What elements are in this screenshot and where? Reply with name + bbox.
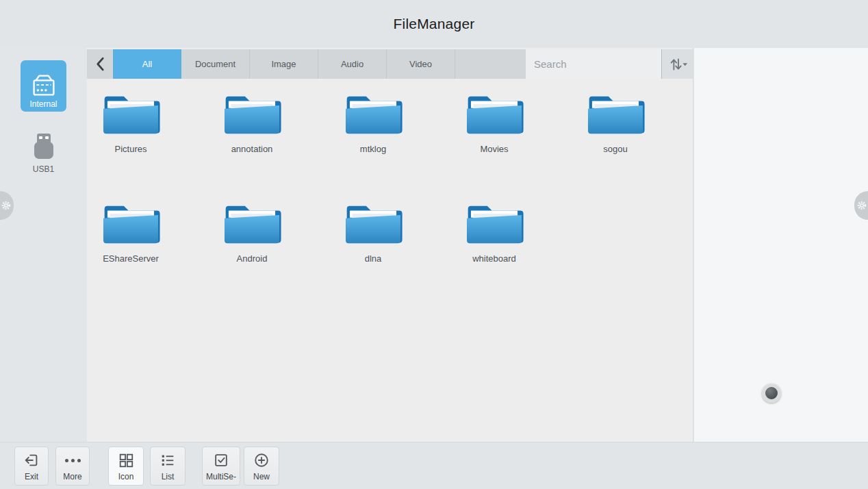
tab-video[interactable]: Video — [387, 49, 455, 79]
folder-item[interactable]: sogou — [586, 92, 645, 201]
page-title: FileManager — [394, 16, 475, 32]
internal-drive-icon — [28, 71, 60, 101]
tab-document[interactable]: Document — [181, 49, 250, 79]
storage-sidebar: Internal USB1 — [0, 48, 87, 442]
icon-view-button[interactable]: Icon — [108, 447, 144, 486]
file-browser-panel: All Document Image Audio Video — [87, 48, 693, 442]
folder-label: annotation — [231, 144, 273, 154]
folder-item[interactable]: Android — [222, 201, 281, 311]
folder-item[interactable]: mtklog — [344, 92, 403, 201]
filemanager-window: FileManager Internal USB1 — [0, 0, 868, 489]
tabbar-spacer — [455, 49, 526, 79]
folder-item[interactable]: Pictures — [101, 92, 160, 201]
chevron-left-icon — [96, 57, 105, 71]
folder-icon — [465, 201, 524, 244]
gear-icon — [1, 201, 11, 210]
sort-button[interactable] — [661, 49, 693, 79]
tab-image[interactable]: Image — [250, 49, 318, 79]
folder-item[interactable]: whiteboard — [465, 201, 524, 311]
folder-grid: Pictures annotation mtklog — [87, 79, 693, 442]
folder-icon — [586, 92, 645, 135]
folder-label: Movies — [480, 144, 508, 154]
floating-widget-button[interactable] — [762, 384, 781, 403]
bottom-toolbar: Exit More Icon List — [0, 442, 868, 489]
more-dots-icon — [65, 452, 81, 468]
exit-icon — [23, 452, 40, 468]
usb-drive-icon — [26, 130, 62, 163]
toolbar-button-label: New — [253, 472, 270, 481]
sort-arrows-icon — [667, 55, 688, 73]
grid-view-icon — [118, 452, 134, 468]
folder-icon — [344, 201, 403, 244]
exit-button[interactable]: Exit — [14, 447, 49, 486]
folder-label: EShareServer — [103, 253, 159, 264]
sidebar-item-label: Internal — [29, 99, 57, 109]
back-button[interactable] — [87, 49, 113, 79]
folder-icon — [465, 92, 524, 135]
filter-tab-bar: All Document Image Audio Video — [87, 49, 693, 79]
folder-label: dlna — [365, 253, 382, 264]
multiselect-button[interactable]: MultiSe- — [202, 447, 240, 486]
toolbar-button-label: MultiSe- — [206, 472, 236, 481]
folder-label: sogou — [603, 144, 627, 154]
search-box — [526, 49, 661, 79]
folder-label: whiteboard — [472, 253, 516, 264]
folder-label: Android — [237, 253, 268, 264]
sidebar-item-internal[interactable]: Internal — [21, 60, 66, 112]
folder-item[interactable]: annotation — [222, 92, 281, 201]
sidebar-item-label: USB1 — [33, 164, 54, 174]
sidebar-item-usb1[interactable]: USB1 — [21, 130, 66, 174]
folder-item[interactable]: Movies — [465, 92, 524, 201]
folder-icon — [101, 201, 160, 244]
toolbar-button-label: More — [63, 472, 81, 481]
tab-audio[interactable]: Audio — [318, 49, 387, 79]
preview-panel — [694, 48, 868, 442]
plus-circle-icon — [253, 452, 270, 468]
folder-icon — [222, 92, 281, 135]
more-button[interactable]: More — [55, 447, 90, 486]
toolbar-button-label: Icon — [118, 472, 134, 481]
new-button[interactable]: New — [244, 447, 279, 486]
toolbar-button-label: Exit — [25, 472, 38, 481]
folder-icon — [344, 92, 403, 135]
folder-icon — [222, 201, 281, 244]
list-view-button[interactable]: List — [150, 447, 186, 486]
folder-label: Pictures — [115, 144, 147, 154]
tab-all[interactable]: All — [113, 49, 181, 79]
search-input[interactable] — [534, 58, 670, 70]
title-bar: FileManager — [0, 0, 868, 48]
list-view-icon — [159, 452, 176, 468]
folder-icon — [101, 92, 160, 135]
toolbar-button-label: List — [162, 472, 175, 481]
folder-item[interactable]: EShareServer — [101, 201, 160, 311]
gear-icon — [857, 201, 867, 210]
folder-label: mtklog — [360, 144, 386, 154]
checkbox-icon — [213, 452, 229, 468]
folder-item[interactable]: dlna — [344, 201, 403, 311]
